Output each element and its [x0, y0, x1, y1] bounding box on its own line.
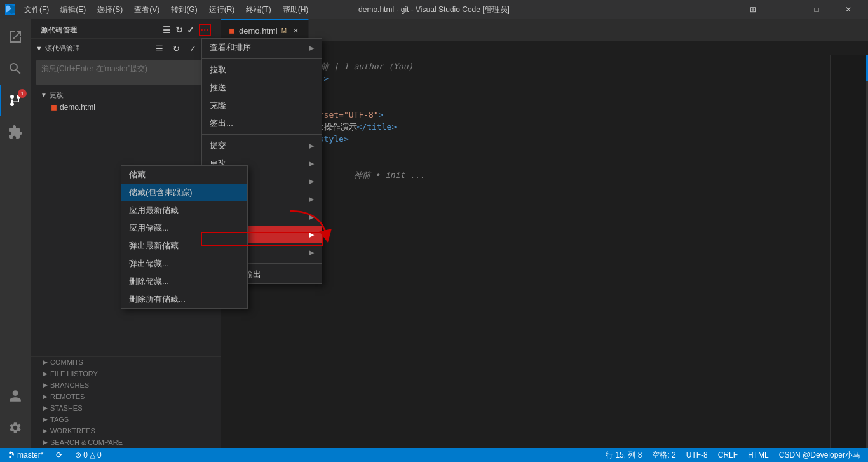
- commit-icon[interactable]: ✓: [186, 41, 200, 55]
- activity-search[interactable]: [0, 53, 31, 84]
- menu-item-label: 提交: [210, 140, 226, 151]
- menu-terminal[interactable]: 终端(T): [241, 3, 276, 17]
- chevron-icon: ▶: [43, 370, 48, 377]
- git-section-worktrees[interactable]: ▶ WORKTREES: [31, 425, 221, 437]
- menu-help[interactable]: 帮助(H): [278, 3, 314, 17]
- window-controls[interactable]: ⊞ ─ □ ✕: [738, 0, 863, 19]
- status-branch[interactable]: master*: [5, 451, 46, 459]
- menu-goto[interactable]: 转到(G): [166, 3, 202, 17]
- git-section-search-compare[interactable]: ▶ SEARCH & COMPARE: [31, 437, 221, 448]
- activity-explorer[interactable]: [0, 22, 31, 52]
- status-csdn[interactable]: CSDN @Developer小马: [776, 450, 863, 461]
- menu-select[interactable]: 选择(S): [92, 3, 128, 17]
- git-section-label: SEARCH & COMPARE: [50, 438, 123, 446]
- menu-item-pull[interactable]: 拉取: [202, 61, 322, 79]
- git-section-label: BRANCHES: [50, 381, 89, 389]
- code-editor[interactable]: 60分钟前 | 1 author (You) <!DOCTYPE html> <…: [252, 55, 830, 448]
- refresh-icon[interactable]: ↻: [175, 25, 184, 35]
- submenu-arrow-icon: ▶: [309, 231, 314, 239]
- line-ending-text: CRLF: [718, 451, 738, 459]
- activity-extensions[interactable]: [0, 117, 31, 147]
- menu-item-checkout[interactable]: 签出...: [202, 114, 322, 132]
- csdn-text: CSDN @Developer小马: [779, 450, 860, 461]
- sync-icon: ⟳: [56, 451, 62, 459]
- chevron-icon: ▶: [43, 382, 48, 388]
- menu-item-commit[interactable]: 提交 ▶: [202, 137, 322, 154]
- menu-separator: [202, 58, 322, 59]
- file-name: demo.html: [60, 103, 95, 112]
- error-icon: ⊘: [75, 451, 81, 459]
- menu-view[interactable]: 查看(V): [129, 3, 165, 17]
- layout-button[interactable]: ⊞: [738, 0, 768, 19]
- menu-item-view-sort[interactable]: 查看和排序 ▶: [202, 39, 322, 57]
- status-encoding[interactable]: UTF-8: [684, 451, 710, 459]
- checklist-icon[interactable]: ☰: [153, 41, 166, 55]
- chevron-down-icon: ▼: [36, 44, 43, 52]
- changed-file-item[interactable]: ◼ demo.html M: [31, 102, 221, 113]
- refresh-icon[interactable]: ↻: [169, 41, 183, 55]
- language-text: HTML: [748, 451, 769, 459]
- changes-section-title[interactable]: ▼ 更改: [31, 88, 221, 102]
- status-language[interactable]: HTML: [745, 451, 771, 459]
- submenu-item-drop-stash[interactable]: 删除储藏...: [121, 273, 247, 290]
- menu-run[interactable]: 运行(R): [204, 3, 240, 17]
- submenu-item-apply-latest[interactable]: 应用最新储藏: [121, 201, 247, 219]
- status-errors[interactable]: ⊘ 0 △ 0: [72, 451, 104, 459]
- status-line-ending[interactable]: CRLF: [715, 451, 740, 459]
- checkmark-icon[interactable]: ✓: [187, 25, 195, 35]
- menu-item-label: 推送: [210, 82, 226, 93]
- menu-item-push[interactable]: 推送: [202, 79, 322, 97]
- git-section-tags[interactable]: ▶ TAGS: [31, 414, 221, 425]
- tab-modified-indicator: M: [281, 27, 287, 34]
- chevron-icon: ▶: [43, 393, 48, 400]
- chevron-icon: ▶: [43, 428, 48, 434]
- submenu-item-pop-latest[interactable]: 弹出最新储藏: [121, 237, 247, 255]
- git-section-commits[interactable]: ▶ COMMITS: [31, 357, 221, 368]
- submenu-item-stash[interactable]: 储藏: [121, 166, 247, 184]
- window-title: demo.html - git - Visual Studio Code [管理…: [358, 4, 510, 15]
- activity-account[interactable]: [0, 381, 31, 411]
- activity-bottom: [0, 381, 31, 448]
- minimize-button[interactable]: ─: [770, 0, 799, 19]
- close-button[interactable]: ✕: [834, 0, 863, 19]
- menu-item-label: 拉取: [210, 64, 226, 76]
- html-file-icon: ◼: [51, 103, 57, 112]
- sidebar-header: 源代码管理 ☰ ↻ ✓ ···: [31, 19, 221, 38]
- sidebar-header-icons[interactable]: ☰ ↻ ✓ ···: [163, 24, 211, 36]
- submenu-item-label: 删除储藏...: [129, 276, 169, 287]
- activity-settings[interactable]: [0, 412, 31, 443]
- git-section-stashes[interactable]: ▶ STASHES: [31, 402, 221, 414]
- menu-item-clone[interactable]: 克隆: [202, 97, 322, 114]
- submenu-item-stash-untracked[interactable]: 储藏(包含未跟踪): [121, 184, 247, 201]
- more-options-icon[interactable]: ···: [199, 24, 211, 36]
- scm-repo-title: ▼ 源代码管理: [36, 44, 80, 53]
- menu-edit[interactable]: 编辑(E): [55, 3, 91, 17]
- activity-source-control[interactable]: 1: [0, 85, 31, 116]
- submenu-arrow-icon: ▶: [309, 195, 314, 203]
- tab-close-button[interactable]: ✕: [290, 25, 301, 36]
- submenu-item-pop-stash[interactable]: 弹出储藏...: [121, 255, 247, 273]
- submenu-item-drop-all-stashes[interactable]: 删除所有储藏...: [121, 290, 247, 308]
- scm-repo-header: ▼ 源代码管理 ☰ ↻ ✓ ···: [31, 38, 221, 58]
- submenu-item-label: 删除所有储藏...: [129, 294, 186, 305]
- submenu-item-apply-stash[interactable]: 应用储藏...: [121, 219, 247, 237]
- git-section-branches[interactable]: ▶ BRANCHES: [31, 379, 221, 391]
- menu-file[interactable]: 文件(F): [19, 3, 54, 17]
- title-menu[interactable]: 文件(F) 编辑(E) 选择(S) 查看(V) 转到(G) 运行(R) 终端(T…: [19, 3, 313, 17]
- menu-item-label: 签出...: [210, 118, 233, 129]
- chevron-icon: ▶: [43, 359, 48, 365]
- maximize-button[interactable]: □: [802, 0, 831, 19]
- checklist-icon[interactable]: ☰: [163, 25, 172, 35]
- submenu-item-label: 应用储藏...: [129, 222, 169, 234]
- commit-message-input[interactable]: [36, 60, 216, 85]
- chevron-icon: ▶: [43, 439, 48, 445]
- git-section-file-history[interactable]: ▶ FILE HISTORY: [31, 368, 221, 379]
- minimap: [830, 55, 868, 448]
- status-position[interactable]: 行 15, 列 8: [603, 450, 644, 461]
- status-spaces[interactable]: 空格: 2: [649, 450, 678, 461]
- status-sync[interactable]: ⟳: [53, 451, 65, 459]
- menu-item-label: 克隆: [210, 100, 226, 111]
- stash-submenu: 储藏 储藏(包含未跟踪) 应用最新储藏 应用储藏... 弹出最新储藏 弹出储藏.…: [121, 165, 248, 309]
- position-text: 行 15, 列 8: [606, 450, 642, 461]
- git-section-remotes[interactable]: ▶ REMOTES: [31, 391, 221, 402]
